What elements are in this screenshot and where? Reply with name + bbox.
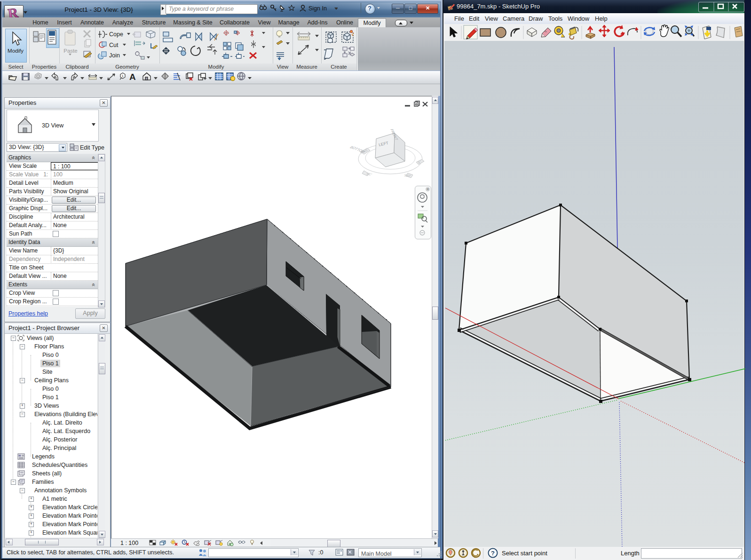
svg-text:Join: Join <box>109 52 120 59</box>
svg-text:330°: 330° <box>404 174 411 178</box>
svg-text:Cut: Cut <box>109 42 119 48</box>
svg-text:Cope: Cope <box>109 31 123 38</box>
svg-text:1: 1 <box>122 74 124 78</box>
svg-text:BOTTOM: BOTTOM <box>349 145 367 153</box>
svg-text:?: ? <box>491 550 495 557</box>
svg-text:A: A <box>129 72 136 82</box>
svg-text:Sign In: Sign In <box>308 5 327 12</box>
